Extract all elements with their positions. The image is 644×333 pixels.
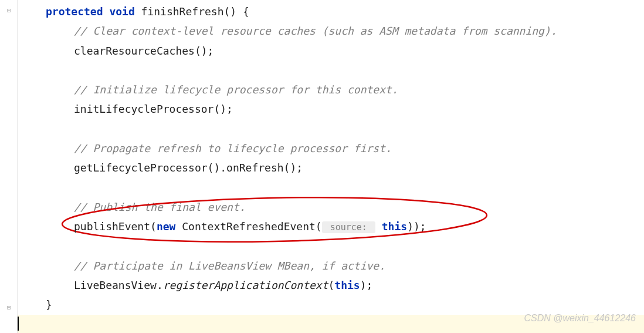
code-statement: LiveBeansView.registerApplicationContext… [46, 275, 644, 295]
blank-line [46, 237, 644, 256]
fold-indicator-icon[interactable]: ⊟ [7, 302, 11, 314]
comment-line: // Publish the final event. [46, 197, 644, 217]
code-statement: clearResourceCaches(); [46, 41, 644, 60]
code-statement: getLifecycleProcessor().onRefresh(); [46, 158, 644, 177]
code-editor[interactable]: protected void finishRefresh() { // Clea… [18, 0, 644, 315]
comment-line: // Propagate refresh to lifecycle proces… [46, 139, 644, 158]
comment-line: // Initialize lifecycle processor for th… [46, 80, 644, 99]
comment-line: // Participate in LiveBeansView MBean, i… [46, 256, 644, 275]
editor-gutter: ⊟ ⊟ [0, 0, 18, 333]
blank-line [46, 60, 644, 80]
text-caret [18, 317, 19, 331]
method-declaration: protected void finishRefresh() { [46, 2, 644, 21]
highlighted-code-statement: publishEvent(new ContextRefreshedEvent( … [46, 217, 644, 236]
blank-line [46, 119, 644, 139]
code-statement: initLifecycleProcessor(); [46, 99, 644, 119]
inline-parameter-hint: source: [322, 221, 375, 233]
comment-line: // Clear context-level resource caches (… [46, 21, 644, 41]
watermark-text: CSDN @weixin_44612246 [524, 310, 636, 327]
blank-line [46, 178, 644, 197]
fold-indicator-icon[interactable]: ⊟ [7, 5, 11, 16]
